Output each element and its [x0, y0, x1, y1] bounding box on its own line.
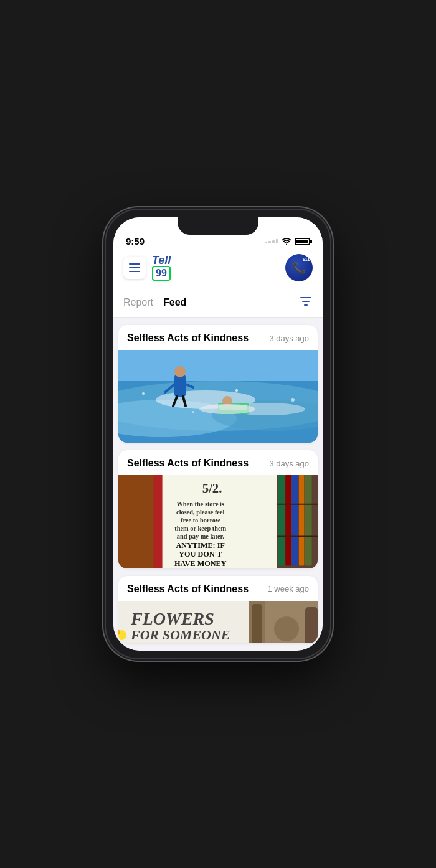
tab-feed[interactable]: Feed [163, 297, 186, 308]
logo-tell: Tell [152, 255, 171, 266]
tab-report[interactable]: Report [123, 297, 153, 308]
flowers-svg: FLOWERS FOR SOMEONE [118, 601, 318, 643]
signal-dots [265, 239, 278, 243]
filter-icon [299, 295, 313, 308]
card-2-header: Selfless Acts of Kindness 3 days ago [118, 450, 318, 475]
notch [178, 217, 258, 235]
feed-card-1: Selfless Acts of Kindness 3 days ago [118, 325, 318, 443]
menu-line-1 [129, 263, 140, 265]
svg-text:FOR SOMEONE: FOR SOMEONE [130, 627, 230, 643]
svg-point-19 [235, 389, 238, 392]
svg-rect-22 [118, 475, 159, 568]
svg-text:YOU DON'T: YOU DON'T [179, 550, 222, 559]
surf-image [118, 350, 318, 443]
card-1-image [118, 350, 318, 443]
svg-point-16 [199, 404, 255, 414]
svg-rect-52 [305, 607, 318, 643]
phone-screen: 9:59 [113, 217, 323, 651]
svg-text:closed, please feel: closed, please feel [176, 509, 224, 516]
signal-dot-1 [265, 242, 267, 243]
svg-rect-36 [285, 475, 291, 566]
svg-text:and pay me later.: and pay me later. [177, 534, 224, 540]
filter-button[interactable] [299, 295, 313, 311]
status-time: 9:59 [126, 236, 145, 247]
nav-tabs: Report Feed [113, 288, 323, 318]
phone-icon: 📞 [292, 261, 306, 275]
card-3-time: 1 week ago [268, 584, 310, 593]
svg-text:them or keep them: them or keep them [174, 525, 226, 532]
signal-dot-4 [276, 239, 278, 243]
svg-text:free to borrow: free to borrow [181, 517, 220, 524]
card-3-image: FLOWERS FOR SOMEONE [118, 601, 318, 643]
svg-rect-7 [174, 375, 186, 397]
svg-rect-39 [305, 475, 311, 566]
menu-button[interactable] [123, 257, 146, 279]
battery-icon [295, 238, 310, 245]
card-2-title: Selfless Acts of Kindness [127, 458, 249, 469]
book-svg: 5/2. When the store is closed, please fe… [118, 475, 318, 568]
nav-tabs-left: Report Feed [123, 297, 186, 308]
card-3-title: Selfless Acts of Kindness [127, 583, 249, 595]
signal-dot-3 [272, 240, 275, 243]
svg-text:When the store is: When the store is [176, 501, 224, 507]
svg-text:ANYTIME: IF: ANYTIME: IF [176, 542, 225, 550]
svg-rect-38 [299, 475, 304, 566]
app-header: Tell 99 📞 911 [113, 249, 323, 288]
svg-rect-35 [278, 475, 285, 566]
svg-point-17 [142, 392, 145, 395]
book-store-image: 5/2. When the store is closed, please fe… [118, 475, 318, 568]
surf-svg [118, 350, 318, 443]
svg-text:HAVE MONEY: HAVE MONEY [174, 559, 227, 568]
app-logo: Tell 99 [152, 255, 171, 280]
svg-text:FLOWERS: FLOWERS [130, 609, 214, 628]
card-2-image: 5/2. When the store is closed, please fe… [118, 475, 318, 568]
emergency-911-label: 911 [303, 257, 310, 262]
card-2-time: 3 days ago [269, 459, 309, 468]
emergency-button[interactable]: 📞 911 [285, 254, 313, 281]
svg-rect-49 [252, 604, 262, 643]
menu-line-2 [129, 267, 140, 268]
wifi-icon [282, 238, 291, 245]
svg-text:5/2.: 5/2. [202, 481, 222, 495]
svg-point-18 [291, 398, 295, 402]
feed-card-3: Selfless Acts of Kindness 1 week ago FLO… [118, 576, 318, 643]
screen-content: 9:59 [113, 217, 323, 651]
svg-point-20 [192, 411, 194, 413]
menu-line-3 [129, 271, 140, 272]
feed-card-2: Selfless Acts of Kindness 3 days ago [118, 450, 318, 568]
header-left: Tell 99 [123, 255, 171, 280]
signal-dot-2 [268, 241, 271, 243]
feed-content: Selfless Acts of Kindness 3 days ago [113, 318, 323, 651]
svg-rect-37 [292, 475, 298, 566]
card-1-header: Selfless Acts of Kindness 3 days ago [118, 325, 318, 350]
card-1-title: Selfless Acts of Kindness [127, 333, 249, 344]
svg-point-51 [274, 616, 299, 641]
phone-device: 9:59 [106, 210, 330, 658]
card-3-header: Selfless Acts of Kindness 1 week ago [118, 576, 318, 601]
battery-fill [296, 240, 308, 243]
card-1-time: 3 days ago [269, 334, 309, 343]
logo-99: 99 [152, 266, 171, 280]
status-icons [265, 238, 310, 245]
svg-point-8 [174, 366, 186, 377]
